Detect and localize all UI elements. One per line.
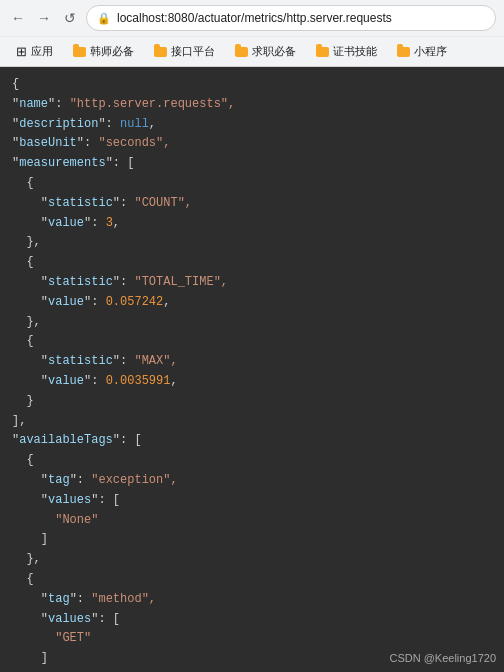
json-line: "values": [: [12, 610, 492, 630]
bookmark-apps-label: 应用: [31, 44, 53, 59]
json-line: "statistic": "TOTAL_TIME",: [12, 273, 492, 293]
bookmark-api[interactable]: 接口平台: [146, 41, 223, 62]
json-line: {: [12, 570, 492, 590]
bookmark-cert[interactable]: 证书技能: [308, 41, 385, 62]
folder-icon: [235, 47, 248, 57]
json-line: "availableTags": [: [12, 431, 492, 451]
nav-bar: ← → ↺ 🔒 localhost:8080/actuator/metrics/…: [0, 0, 504, 36]
bookmark-job-label: 求职必备: [252, 44, 296, 59]
json-line: "values": [: [12, 491, 492, 511]
json-line: "GET": [12, 629, 492, 649]
json-line: "statistic": "MAX",: [12, 352, 492, 372]
bookmark-cert-label: 证书技能: [333, 44, 377, 59]
json-line: {: [12, 451, 492, 471]
json-line: {: [12, 253, 492, 273]
watermark: CSDN @Keeling1720: [389, 652, 496, 664]
json-line: "value": 0.057242,: [12, 293, 492, 313]
json-line: },: [12, 550, 492, 570]
json-line: {: [12, 332, 492, 352]
reload-button[interactable]: ↺: [60, 8, 80, 28]
bookmark-job[interactable]: 求职必备: [227, 41, 304, 62]
lock-icon: 🔒: [97, 12, 111, 25]
folder-icon: [73, 47, 86, 57]
json-line: ]: [12, 530, 492, 550]
forward-button[interactable]: →: [34, 8, 54, 28]
json-line: },: [12, 313, 492, 333]
grid-icon: ⊞: [16, 44, 27, 59]
bookmark-han-label: 韩师必备: [90, 44, 134, 59]
json-line: "tag": "exception",: [12, 471, 492, 491]
bookmark-mini-label: 小程序: [414, 44, 447, 59]
bookmark-apps[interactable]: ⊞ 应用: [8, 41, 61, 62]
json-line: }: [12, 392, 492, 412]
back-button[interactable]: ←: [8, 8, 28, 28]
folder-icon: [154, 47, 167, 57]
folder-icon: [316, 47, 329, 57]
address-bar[interactable]: 🔒 localhost:8080/actuator/metrics/http.s…: [86, 5, 496, 31]
json-line: ],: [12, 412, 492, 432]
json-line: {: [12, 75, 492, 95]
url-text: localhost:8080/actuator/metrics/http.ser…: [117, 11, 392, 25]
bookmark-api-label: 接口平台: [171, 44, 215, 59]
json-line: "measurements": [: [12, 154, 492, 174]
bookmark-mini[interactable]: 小程序: [389, 41, 455, 62]
json-line: "statistic": "COUNT",: [12, 194, 492, 214]
json-line: "tag": "method",: [12, 590, 492, 610]
folder-icon: [397, 47, 410, 57]
json-content-area: {"name": "http.server.requests","descrip…: [0, 67, 504, 672]
bookmarks-bar: ⊞ 应用 韩师必备 接口平台 求职必备 证书技能 小程序: [0, 36, 504, 66]
json-line: {: [12, 174, 492, 194]
json-line: "description": null,: [12, 115, 492, 135]
json-line: "None": [12, 511, 492, 531]
json-line: "baseUnit": "seconds",: [12, 134, 492, 154]
json-line: "value": 3,: [12, 214, 492, 234]
browser-chrome: ← → ↺ 🔒 localhost:8080/actuator/metrics/…: [0, 0, 504, 67]
json-line: "name": "http.server.requests",: [12, 95, 492, 115]
json-line: "value": 0.0035991,: [12, 372, 492, 392]
bookmark-han[interactable]: 韩师必备: [65, 41, 142, 62]
json-line: },: [12, 233, 492, 253]
